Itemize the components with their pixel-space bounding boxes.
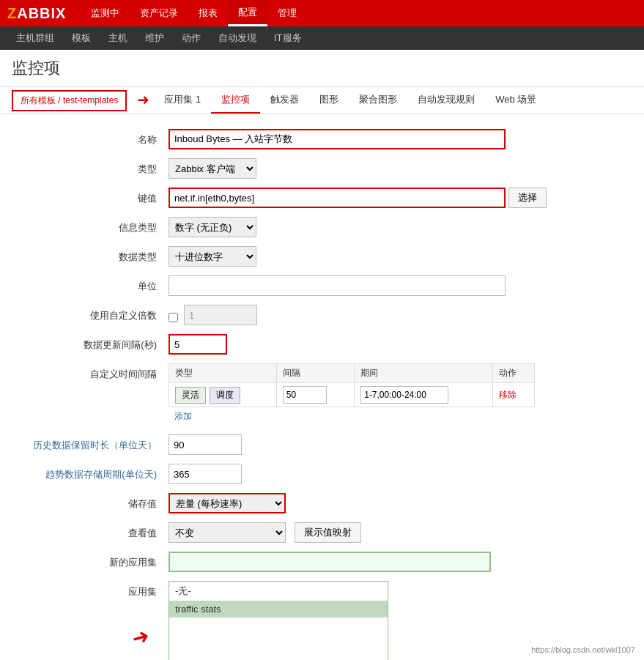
trend-label[interactable]: 趋势数据存储周期(单位天) — [22, 464, 169, 481]
history-row: 历史数据保留时长（单位天） — [22, 434, 622, 455]
lookup-row: 查看值 不变 展示值映射 — [22, 522, 622, 543]
nav-reports[interactable]: 报表 — [188, 0, 228, 26]
name-row: 名称 — [22, 129, 622, 149]
tab-discovery-rules[interactable]: 自动发现规则 — [407, 87, 485, 114]
custom-interval-control: 类型 间隔 期间 动作 灵活 调度 — [169, 363, 622, 426]
nav-discovery[interactable]: 自动发现 — [210, 26, 265, 50]
custom-interval-row: 自定义时间间隔 类型 间隔 期间 动作 灵活 调度 — [22, 363, 622, 426]
tab-aggregate[interactable]: 聚合图形 — [349, 87, 407, 114]
remove-link[interactable]: 移除 — [499, 390, 517, 400]
nav-config[interactable]: 配置 — [228, 0, 267, 26]
custom-multiplier-input[interactable] — [184, 305, 257, 325]
nav-itservice[interactable]: IT服务 — [265, 26, 311, 50]
nav-action[interactable]: 动作 — [173, 26, 210, 50]
custom-multiplier-label: 使用自定义倍数 — [22, 305, 169, 322]
new-app-row: 新的应用集 — [22, 552, 622, 572]
type-label: 类型 — [22, 158, 169, 176]
flexible-button[interactable]: 灵活 — [175, 387, 206, 404]
app-list-item-none[interactable]: -无- — [169, 582, 388, 601]
tab-graphs[interactable]: 图形 — [309, 87, 349, 114]
breadcrumb-tab[interactable]: 所有模板 / test-templates — [12, 90, 127, 111]
type-select[interactable]: Zabbix 客户端 — [169, 158, 256, 179]
new-app-input[interactable] — [169, 552, 491, 572]
key-row: 键值 选择 — [22, 188, 622, 208]
action-cell: 移除 — [493, 383, 535, 407]
name-input[interactable] — [169, 129, 506, 149]
data-type-label: 数据类型 — [22, 246, 169, 264]
data-interval-input[interactable] — [169, 334, 227, 355]
nav-monitor[interactable]: 监测中 — [81, 0, 130, 26]
page-title: 监控项 — [12, 57, 632, 79]
app-list-item-traffic[interactable]: traffic stats — [169, 601, 388, 618]
history-label[interactable]: 历史数据保留时长（单位天） — [22, 434, 169, 452]
nav-assets[interactable]: 资产记录 — [130, 0, 188, 26]
trend-input[interactable] — [169, 464, 242, 484]
watermark: https://blog.csdn.net/wkl1007 — [531, 645, 635, 654]
unit-input[interactable] — [169, 275, 506, 296]
info-type-select[interactable]: 数字 (无正负) — [169, 217, 256, 237]
tab-appsets[interactable]: 应用集 1 — [154, 87, 211, 114]
table-row: 灵活 调度 移除 — [169, 383, 535, 407]
unit-label: 单位 — [22, 275, 169, 293]
data-type-control: 十进位数字 — [169, 246, 622, 267]
key-input[interactable] — [169, 188, 506, 208]
info-type-control: 数字 (无正负) — [169, 217, 622, 237]
tab-monitors[interactable]: 监控项 — [211, 87, 260, 114]
data-interval-control — [169, 334, 622, 355]
trend-row: 趋势数据存储周期(单位天) — [22, 464, 622, 484]
top-navigation: ZZABBIXABBIX 监测中 资产记录 报表 配置 管理 — [0, 0, 644, 26]
data-interval-row: 数据更新间隔(秒) — [22, 334, 622, 355]
key-label: 键值 — [22, 188, 169, 205]
key-row-inner: 选择 — [169, 188, 622, 208]
app-list: -无- traffic stats — [169, 581, 388, 660]
nav-template[interactable]: 模板 — [63, 26, 100, 50]
lookup-label: 查看值 — [22, 522, 169, 540]
storage-select[interactable]: 差量 (每秒速率) — [169, 493, 286, 513]
info-type-label: 信息类型 — [22, 217, 169, 234]
history-input[interactable] — [169, 434, 242, 455]
storage-label: 储存值 — [22, 493, 169, 511]
tabs-area: 所有模板 / test-templates ➜ 应用集 1 监控项 触发器 图形… — [0, 87, 644, 114]
storage-row: 储存值 差量 (每秒速率) — [22, 493, 622, 513]
new-app-control — [169, 552, 622, 572]
period-value-input[interactable] — [360, 386, 448, 404]
page-title-bar: 监控项 — [0, 50, 644, 87]
nav-admin[interactable]: 管理 — [267, 0, 307, 26]
custom-multiplier-control — [169, 305, 622, 325]
logo: ZZABBIXABBIX — [7, 5, 66, 22]
app-label: 应用集 — [22, 581, 169, 598]
add-interval-link[interactable]: 添加 — [169, 407, 198, 426]
name-control — [169, 129, 622, 149]
col-type: 类型 — [169, 364, 277, 383]
data-type-select[interactable]: 十进位数字 — [169, 246, 256, 267]
tab-web-scenarios[interactable]: Web 场景 — [485, 87, 547, 114]
arrow-right-icon: ➜ — [137, 91, 149, 108]
tab-triggers[interactable]: 触发器 — [260, 87, 309, 114]
second-navigation: 主机群组 模板 主机 维护 动作 自动发现 IT服务 — [0, 26, 644, 50]
data-interval-label: 数据更新间隔(秒) — [22, 334, 169, 352]
info-type-row: 信息类型 数字 (无正负) — [22, 217, 622, 237]
select-key-button[interactable]: 选择 — [508, 188, 547, 208]
nav-hostgroup[interactable]: 主机群组 — [7, 26, 63, 50]
interval-value-cell — [276, 383, 354, 407]
col-action: 动作 — [493, 364, 535, 383]
lookup-select[interactable]: 不变 — [169, 522, 286, 543]
type-control: Zabbix 客户端 — [169, 158, 622, 179]
interval-value-input[interactable] — [283, 386, 327, 404]
history-control — [169, 434, 622, 455]
nav-host[interactable]: 主机 — [100, 26, 136, 50]
storage-control: 差量 (每秒速率) — [169, 493, 622, 513]
data-type-row: 数据类型 十进位数字 — [22, 246, 622, 267]
interval-type-cell: 灵活 调度 — [169, 383, 277, 407]
unit-row: 单位 — [22, 275, 622, 296]
schedule-button[interactable]: 调度 — [210, 387, 240, 404]
custom-multiplier-checkbox[interactable] — [169, 313, 178, 322]
annotation-arrow: ➜ — [129, 623, 152, 651]
period-value-cell — [355, 383, 493, 407]
lookup-map-button[interactable]: 展示值映射 — [295, 522, 361, 543]
col-interval: 间隔 — [276, 364, 354, 383]
lookup-control: 不变 展示值映射 — [169, 522, 622, 543]
custom-interval-label: 自定义时间间隔 — [22, 363, 169, 381]
custom-multiplier-row: 使用自定义倍数 — [22, 305, 622, 325]
nav-maintenance[interactable]: 维护 — [136, 26, 173, 50]
